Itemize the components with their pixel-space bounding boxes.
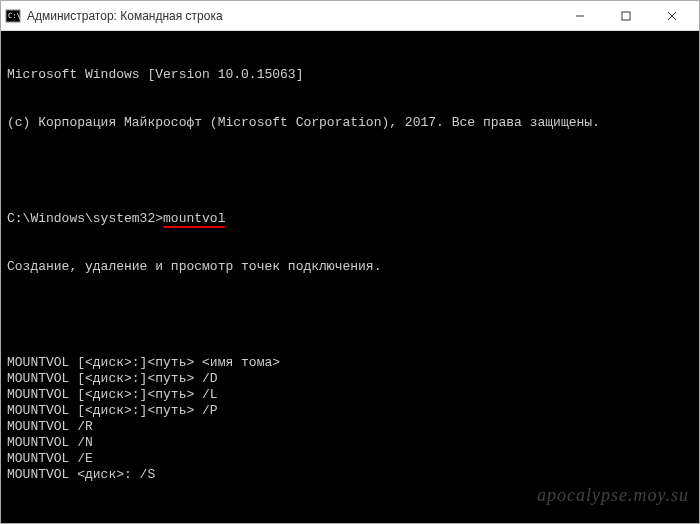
usage-line: MOUNTVOL <диск>: /S — [7, 467, 693, 483]
prompt-path: C:\Windows\system32> — [7, 211, 163, 226]
usage-line: MOUNTVOL [<диск>:]<путь> <имя тома> — [7, 355, 693, 371]
prompt-line: C:\Windows\system32>mountvol — [7, 211, 693, 227]
blank-line — [7, 515, 693, 523]
usage-line: MOUNTVOL [<диск>:]<путь> /L — [7, 387, 693, 403]
usage-line: MOUNTVOL [<диск>:]<путь> /P — [7, 403, 693, 419]
window-title: Администратор: Командная строка — [27, 9, 557, 23]
svg-rect-3 — [622, 12, 630, 20]
cmd-icon: C:\ — [5, 8, 21, 24]
svg-text:C:\: C:\ — [8, 12, 21, 20]
entered-command: mountvol — [163, 211, 225, 227]
usage-line: MOUNTVOL [<диск>:]<путь> /D — [7, 371, 693, 387]
usage-line: MOUNTVOL /N — [7, 435, 693, 451]
titlebar[interactable]: C:\ Администратор: Командная строка — [1, 1, 699, 31]
window-controls — [557, 1, 695, 31]
header-line: (c) Корпорация Майкрософт (Microsoft Cor… — [7, 115, 693, 131]
header-line: Microsoft Windows [Version 10.0.15063] — [7, 67, 693, 83]
blank-line — [7, 307, 693, 323]
minimize-button[interactable] — [557, 1, 603, 31]
maximize-button[interactable] — [603, 1, 649, 31]
terminal-output[interactable]: Microsoft Windows [Version 10.0.15063] (… — [1, 31, 699, 523]
blank-line — [7, 163, 693, 179]
watermark: apocalypse.moy.su — [537, 487, 689, 503]
usage-line: MOUNTVOL /R — [7, 419, 693, 435]
close-button[interactable] — [649, 1, 695, 31]
usage-line: MOUNTVOL /E — [7, 451, 693, 467]
command-description: Создание, удаление и просмотр точек подк… — [7, 259, 693, 275]
cmd-window: C:\ Администратор: Командная строка Micr… — [0, 0, 700, 524]
